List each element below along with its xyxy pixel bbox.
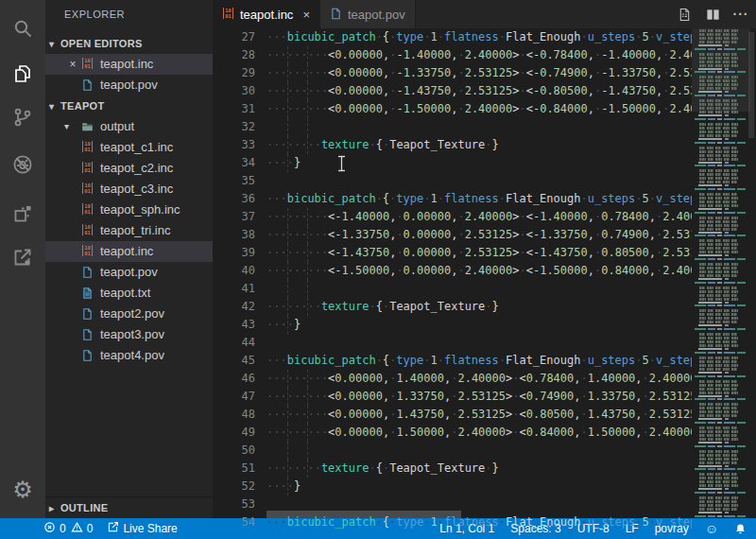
notifications-bell-icon[interactable] bbox=[734, 523, 747, 535]
code-line[interactable]: 40·········<-1.50000,·0.00000,·2.40000>·… bbox=[213, 262, 692, 280]
problems-errors[interactable]: 0 bbox=[43, 521, 66, 536]
line-number: 35 bbox=[213, 172, 255, 190]
code-line[interactable]: 28·········<0.00000,·-1.40000,·2.40000>·… bbox=[213, 46, 692, 64]
chevron-down-icon: ▾ bbox=[49, 96, 60, 117]
activity-bar: ⚙ bbox=[0, 0, 45, 518]
tree-item-teapot3-pov[interactable]: teapot3.pov bbox=[45, 324, 213, 345]
code-line[interactable]: 38·········<-1.33750,·0.00000,·2.53125>·… bbox=[213, 226, 692, 244]
code-line[interactable]: 43····} bbox=[213, 316, 692, 334]
minimap-code-block bbox=[692, 422, 750, 445]
code-line[interactable]: 52····} bbox=[213, 478, 692, 496]
tab-teapot-pov[interactable]: teapot.pov bbox=[320, 0, 416, 28]
tab-bar: 1001 teapot.inc × teapot.pov ··· bbox=[213, 0, 756, 28]
line-number: 30 bbox=[213, 82, 255, 100]
code-line[interactable]: 31·········<0.00000,·-1.50000,·2.40000>·… bbox=[213, 100, 692, 118]
tree-item-teapot2-pov[interactable]: teapot2.pov bbox=[45, 304, 213, 324]
close-icon[interactable]: × bbox=[302, 8, 310, 22]
minimap-code-block bbox=[692, 95, 750, 118]
minimap[interactable] bbox=[692, 28, 750, 518]
code-editor[interactable]: 27···bicubic_patch·{·type·1·flatness·Fla… bbox=[213, 28, 756, 518]
live-share-icon[interactable] bbox=[0, 235, 45, 280]
code-line[interactable]: 41 bbox=[213, 280, 692, 298]
code-line[interactable]: 54···bicubic_patch·{·type·1·flatness·Fla… bbox=[213, 513, 692, 531]
debug-disabled-icon[interactable] bbox=[0, 142, 45, 187]
line-number: 51 bbox=[213, 460, 255, 478]
line-number: 41 bbox=[213, 280, 255, 298]
code-line[interactable]: 46·········<0.00000,·1.40000,·2.40000>·<… bbox=[213, 370, 692, 388]
tree-item-teapot-pov[interactable]: teapot.pov bbox=[45, 262, 213, 283]
section-outline[interactable]: ▸OUTLINE bbox=[45, 496, 213, 518]
line-number: 34 bbox=[213, 154, 255, 172]
code-line[interactable]: 47·········<0.00000,·1.33750,·2.53125>·<… bbox=[213, 388, 692, 406]
code-line[interactable]: 49·········<0.00000,·1.50000,·2.40000>·<… bbox=[213, 424, 692, 442]
tree-item-teapot_c3-inc[interactable]: 1001teapot_c3.inc bbox=[45, 179, 213, 200]
code-line[interactable]: 42········texture·{·Teapot_Texture·} bbox=[213, 298, 692, 316]
indent-guide bbox=[307, 280, 309, 298]
indent-guide bbox=[287, 280, 289, 298]
inc-file-icon: 1001 bbox=[81, 224, 94, 237]
minimap-code-block bbox=[692, 258, 750, 282]
live-share-status[interactable]: Live Share bbox=[107, 521, 177, 536]
code-line[interactable]: 51········texture·{·Teapot_Texture·} bbox=[213, 460, 692, 478]
line-number: 27 bbox=[213, 28, 255, 46]
editor-actions: ··· bbox=[673, 0, 752, 28]
minimap-code-block bbox=[692, 445, 750, 469]
chevron-right-icon: ▸ bbox=[49, 498, 60, 519]
line-number: 50 bbox=[213, 442, 255, 460]
section-teapot[interactable]: ▾TEAPOT bbox=[45, 96, 213, 116]
feedback-smiley-icon[interactable]: ☺ bbox=[705, 522, 718, 535]
source-control-icon[interactable] bbox=[0, 95, 45, 140]
code-line[interactable]: 45···bicubic_patch·{·type·1·flatness·Fla… bbox=[213, 352, 692, 370]
open-preview-icon[interactable] bbox=[673, 3, 696, 26]
code-line[interactable]: 35 bbox=[213, 172, 692, 190]
code-line[interactable]: 37·········<-1.40000,·0.00000,·2.40000>·… bbox=[213, 208, 692, 226]
indent-guide bbox=[287, 118, 289, 136]
code-line[interactable]: 50 bbox=[213, 442, 692, 460]
code-line[interactable]: 27···bicubic_patch·{·type·1·flatness·Fla… bbox=[213, 28, 692, 46]
code-line[interactable]: 33········texture·{·Teapot_Texture·} bbox=[213, 136, 692, 154]
tree-item-teapot_sph-inc[interactable]: 1001teapot_sph.inc bbox=[45, 200, 213, 220]
tree-item-teapot-inc[interactable]: 1001teapot.inc bbox=[45, 241, 213, 262]
tree-item-teapot4-pov[interactable]: teapot4.pov bbox=[45, 345, 213, 366]
minimap-code-block bbox=[692, 28, 750, 48]
code-line[interactable]: 30·········<0.00000,·-1.43750,·2.53125>·… bbox=[213, 82, 692, 100]
code-line[interactable]: 32 bbox=[213, 118, 692, 136]
indent-guide bbox=[287, 442, 289, 460]
minimap-code-block bbox=[692, 235, 750, 258]
close-icon[interactable]: × bbox=[66, 54, 79, 75]
indent-guide bbox=[307, 118, 309, 136]
vertical-scrollbar[interactable] bbox=[748, 32, 754, 138]
search-icon[interactable] bbox=[0, 6, 45, 51]
more-actions-icon[interactable]: ··· bbox=[730, 3, 752, 26]
code-line[interactable]: 39·········<-1.43750,·0.00000,·2.53125>·… bbox=[213, 244, 692, 262]
explorer-icon[interactable] bbox=[0, 51, 45, 96]
open-editor-teapot-inc[interactable]: ×1001teapot.inc bbox=[45, 54, 213, 75]
minimap-code-block bbox=[692, 282, 750, 305]
folder-file-icon bbox=[81, 120, 94, 133]
pov-file-icon bbox=[81, 78, 94, 92]
open-editor-teapot-pov[interactable]: teapot.pov bbox=[45, 75, 213, 96]
tree-item-teapot_tri-inc[interactable]: 1001teapot_tri.inc bbox=[45, 220, 213, 241]
line-number: 46 bbox=[213, 370, 255, 388]
problems-warnings[interactable]: 0 bbox=[71, 521, 94, 536]
code-line[interactable]: 44 bbox=[213, 334, 692, 352]
extensions-icon[interactable] bbox=[0, 191, 45, 236]
code-line[interactable]: 36···bicubic_patch·{·type·1·flatness·Fla… bbox=[213, 190, 692, 208]
tab-teapot-inc[interactable]: 1001 teapot.inc × bbox=[213, 0, 320, 28]
section-open-editors[interactable]: ▾OPEN EDITORS bbox=[45, 33, 213, 54]
settings-gear-icon[interactable]: ⚙ bbox=[0, 473, 45, 507]
code-line[interactable]: 48·········<0.00000,·1.43750,·2.53125>·<… bbox=[213, 406, 692, 424]
minimap-code-block bbox=[692, 468, 750, 492]
split-editor-icon[interactable] bbox=[701, 3, 724, 26]
tree-item-teapot_c2-inc[interactable]: 1001teapot_c2.inc bbox=[45, 158, 213, 179]
code-line[interactable]: 34····} bbox=[213, 154, 692, 172]
code-line[interactable]: 29·········<0.00000,·-1.33750,·2.53125>·… bbox=[213, 64, 692, 82]
tree-item-teapot-txt[interactable]: teapot.txt bbox=[45, 283, 213, 304]
chevron-down-icon: ▾ bbox=[64, 116, 76, 137]
tree-item-output[interactable]: ▾output bbox=[45, 116, 213, 137]
explorer-sidebar: EXPLORER ▾OPEN EDITORS ×1001teapot.incte… bbox=[45, 0, 213, 518]
chevron-down-icon: ▾ bbox=[49, 34, 60, 55]
code-line[interactable]: 53 bbox=[213, 496, 692, 513]
tree-item-teapot_c1-inc[interactable]: 1001teapot_c1.inc bbox=[45, 137, 213, 158]
minimap-code-block bbox=[692, 515, 750, 518]
